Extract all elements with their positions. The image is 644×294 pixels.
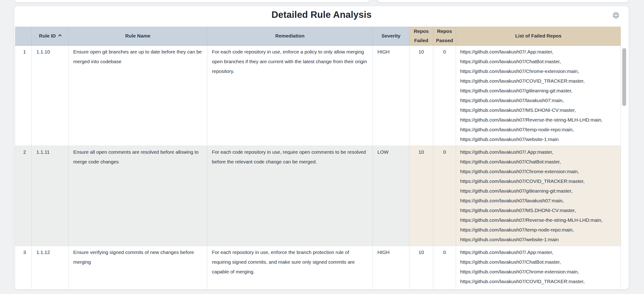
top-card-left [14, 0, 370, 2]
cell-repos-passed: 0 [433, 45, 456, 146]
header-repos-failed: Repos Failed [410, 27, 433, 45]
cell-row-index: 2 [15, 146, 32, 246]
cell-rule-id: 1.1.12 [32, 246, 68, 289]
header-failed-repos-list: List of Failed Repos [456, 27, 621, 45]
cell-repos-failed: 10 [410, 146, 433, 246]
cell-rule-name: Ensure all open comments are resolved be… [68, 146, 207, 246]
header-rule-id-label: Rule ID [39, 33, 56, 38]
cell-remediation: For each code repository in use, enforce… [207, 45, 373, 146]
scrollbar-thumb[interactable] [622, 48, 626, 106]
cell-rule-id: 1.1.11 [32, 146, 68, 246]
header-rule-id[interactable]: Rule ID [32, 27, 68, 45]
cell-repos-failed: 10 [410, 246, 433, 289]
cell-failed-repos-list: https://github.com/lavakush07/.App:maste… [456, 45, 621, 146]
cell-severity: HIGH [373, 45, 410, 146]
cell-severity: LOW [373, 146, 410, 246]
cell-row-index: 3 [15, 246, 32, 289]
table-row: 2 1.1.11 Ensure all open comments are re… [15, 146, 621, 246]
header-repos-passed: Repos Passed [433, 27, 456, 45]
cell-severity: HIGH [373, 246, 410, 289]
cell-failed-repos-list: https://github.com/lavakush07/.App:maste… [456, 146, 621, 246]
cell-repos-failed: 10 [410, 45, 433, 146]
header-severity: Severity [373, 27, 410, 45]
vertical-scrollbar[interactable] [622, 46, 626, 288]
table-row: 3 1.1.12 Ensure verifying signed commits… [15, 246, 621, 289]
rule-analysis-table: Rule ID Rule Name Remediation Severity R… [15, 27, 620, 289]
table-row: 1 1.1.10 Ensure open git branches are up… [15, 45, 621, 146]
header-remediation: Remediation [207, 27, 373, 45]
cell-remediation: For each repository in use, enforce the … [207, 246, 373, 289]
top-card-right [378, 0, 628, 2]
cell-failed-repos-list: https://github.com/lavakush07/.App:maste… [456, 246, 621, 289]
cell-row-index: 1 [15, 45, 32, 146]
page-title: Detailed Rule Analysis [14, 9, 629, 20]
cell-rule-name: Ensure verifying signed commits of new c… [68, 246, 207, 289]
cell-rule-name: Ensure open git branches are up to date … [68, 45, 207, 146]
cell-repos-passed: 0 [433, 146, 456, 246]
cell-repos-passed: 0 [433, 246, 456, 289]
detailed-rule-analysis-card: Detailed Rule Analysis Rule ID Rule Name… [14, 6, 629, 289]
header-row-index [15, 27, 32, 45]
table-header: Rule ID Rule Name Remediation Severity R… [15, 27, 621, 45]
cell-remediation: For each code repository in use, require… [207, 146, 373, 246]
sort-ascending-icon[interactable] [58, 34, 62, 38]
globe-icon[interactable] [612, 11, 620, 19]
cell-rule-id: 1.1.10 [32, 45, 68, 146]
header-rule-name: Rule Name [68, 27, 207, 45]
